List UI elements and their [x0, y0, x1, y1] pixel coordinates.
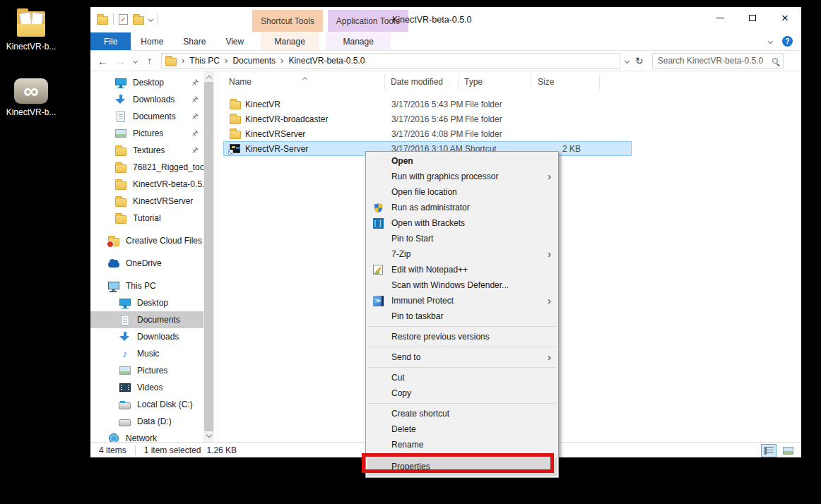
tab-file[interactable]: File — [90, 32, 131, 50]
title-bar: ✓ Shortcut Tools Application Tools Kinec… — [90, 7, 801, 32]
sidebar-item-data-d[interactable]: Data (D:) — [90, 413, 204, 430]
sidebar-item-downloads-pinned[interactable]: Downloads — [90, 91, 204, 108]
back-button[interactable]: ← — [95, 56, 111, 66]
tab-manage-application[interactable]: Manage — [326, 32, 391, 50]
up-button[interactable]: ↑ — [141, 56, 158, 66]
divider — [113, 13, 114, 25]
desktop-shortcut-kinectvr-app[interactable]: ∞ KinectVR-b... — [1, 75, 61, 117]
new-folder-quick-icon[interactable] — [133, 16, 144, 25]
menu-item-scan-with-windows-defender[interactable]: Scan with Windows Defender... — [366, 277, 558, 293]
tab-share[interactable]: Share — [173, 32, 215, 50]
uac-shield-icon — [372, 202, 384, 213]
sort-ascending-icon — [303, 73, 307, 83]
scroll-down-icon[interactable] — [206, 432, 211, 438]
file-row-kinectvrserver[interactable]: KinectVRServer 3/17/2016 4:08 PM File fo… — [223, 126, 632, 141]
address-dropdown-chevron-icon[interactable] — [625, 58, 630, 63]
menu-item-open-with-brackets[interactable]: [ ] Open with Brackets — [366, 215, 558, 231]
menu-item-run-as-administrator[interactable]: Run as administrator — [366, 200, 558, 215]
column-header-type[interactable]: Type — [464, 77, 483, 87]
thumbnail-view-button[interactable] — [780, 444, 796, 457]
breadcrumb-this-pc[interactable]: This PC — [189, 56, 220, 66]
menu-item-copy[interactable]: Copy — [366, 385, 558, 401]
breadcrumb-current-folder[interactable]: KinectVR-beta-0.5.0 — [288, 56, 365, 66]
column-divider[interactable] — [599, 74, 600, 90]
divider — [135, 445, 136, 455]
sidebar-item-textures[interactable]: Textures — [90, 142, 204, 159]
minimize-icon — [716, 18, 724, 18]
menu-item-cut[interactable]: Cut — [366, 370, 558, 385]
menu-item-send-to[interactable]: Send to› — [366, 349, 558, 365]
minimize-button[interactable] — [704, 7, 736, 28]
sidebar-item-76821-rigged-toon[interactable]: 76821_Rigged_toon_ — [90, 159, 204, 176]
column-divider[interactable] — [458, 74, 459, 90]
close-icon: × — [781, 12, 788, 24]
menu-item-restore-previous-versions[interactable]: Restore previous versions — [366, 329, 558, 344]
search-box[interactable] — [652, 53, 784, 69]
column-header-name[interactable]: Name — [229, 77, 252, 87]
menu-item-properties[interactable]: Properties — [367, 457, 557, 476]
breadcrumb[interactable]: › This PC › Documents › KinectVR-beta-0.… — [161, 53, 620, 69]
tab-home[interactable]: Home — [131, 32, 173, 50]
menu-item-edit-with-notepadpp[interactable]: Edit with Notepad++ — [366, 262, 558, 277]
file-row-kinectvr[interactable]: KinectVR 3/17/2016 5:43 PM File folder — [223, 97, 632, 112]
scroll-up-icon[interactable] — [206, 76, 211, 81]
sidebar-item-desktop[interactable]: Desktop — [90, 294, 204, 311]
scrollbar-thumb[interactable] — [204, 82, 213, 431]
menu-item-create-shortcut[interactable]: Create shortcut — [366, 406, 558, 421]
menu-item-pin-to-start[interactable]: Pin to Start — [366, 231, 558, 246]
desktop-icon — [114, 80, 126, 85]
close-button[interactable]: × — [769, 7, 801, 28]
menu-item-run-with-graphics-processor[interactable]: Run with graphics processor› — [366, 169, 558, 184]
sidebar-item-music[interactable]: ♪ Music — [90, 345, 204, 362]
sidebar-item-documents-pinned[interactable]: Documents — [90, 108, 204, 125]
customize-toolbar-chevron-icon[interactable] — [148, 16, 153, 21]
tab-view[interactable]: View — [215, 32, 254, 50]
maximize-button[interactable] — [736, 7, 769, 28]
sidebar-item-downloads[interactable]: Downloads — [90, 328, 204, 345]
sidebar-item-kinectvr-beta[interactable]: KinectVR-beta-0.5.0 — [90, 176, 204, 193]
menu-item-7-zip[interactable]: 7-Zip› — [366, 246, 558, 262]
breadcrumb-documents[interactable]: Documents — [232, 56, 276, 66]
details-view-button[interactable] — [761, 444, 776, 457]
column-header-size[interactable]: Size — [538, 77, 554, 87]
sidebar-item-kinectvrserver[interactable]: KinectVRServer — [90, 193, 204, 210]
pin-icon — [191, 79, 199, 87]
desktop-shortcut-folder[interactable]: KinectVR-b... — [1, 8, 61, 52]
menu-item-open-file-location[interactable]: Open file location — [366, 184, 558, 200]
sidebar-item-local-disk-c[interactable]: Local Disk (C:) — [90, 396, 204, 413]
sidebar-item-videos[interactable]: Videos — [90, 379, 204, 396]
sidebar-item-network[interactable]: Network — [90, 430, 204, 442]
menu-item-open[interactable]: Open — [366, 153, 558, 169]
sidebar-item-pictures-pinned[interactable]: Pictures — [90, 125, 204, 142]
breadcrumb-separator: › — [182, 56, 184, 65]
menu-item-pin-to-taskbar[interactable]: Pin to taskbar — [366, 308, 558, 324]
column-divider[interactable] — [531, 74, 531, 90]
sidebar-item-this-pc[interactable]: This PC — [90, 277, 204, 294]
sidebar-item-tutorial[interactable]: Tutorial — [90, 210, 204, 227]
sidebar-item-desktop-pinned[interactable]: Desktop — [90, 74, 204, 91]
menu-item-immunet-protect[interactable]: ≫ Immunet Protect› — [366, 293, 558, 308]
forward-button[interactable]: → — [112, 56, 129, 66]
sidebar-item-creative-cloud-files[interactable]: Creative Cloud Files — [90, 232, 204, 249]
expand-ribbon-chevron-icon[interactable] — [768, 39, 773, 44]
sidebar-scrollbar[interactable] — [203, 71, 214, 442]
recent-locations-chevron-icon[interactable] — [130, 59, 140, 63]
column-divider[interactable] — [384, 74, 385, 90]
tab-manage-shortcut[interactable]: Manage — [261, 32, 319, 50]
folder-icon — [114, 213, 126, 224]
pictures-icon — [119, 366, 131, 375]
menu-item-delete[interactable]: Delete — [366, 421, 558, 437]
properties-quick-icon[interactable]: ✓ — [119, 14, 128, 25]
sidebar-item-documents[interactable]: Documents — [90, 311, 204, 328]
menu-item-rename[interactable]: Rename — [366, 437, 558, 452]
sidebar-item-pictures[interactable]: Pictures — [90, 362, 204, 379]
breadcrumb-separator: › — [280, 56, 283, 65]
help-icon[interactable]: ? — [782, 36, 793, 47]
folder-icon — [114, 145, 126, 156]
column-header-date-modified[interactable]: Date modified — [391, 77, 443, 87]
sidebar-item-onedrive[interactable]: OneDrive — [90, 255, 204, 272]
tab-shortcut-tools[interactable]: Shortcut Tools — [252, 10, 323, 32]
file-row-kinectvr-broadcaster[interactable]: KinectVR-broadcaster 3/17/2016 5:46 PM F… — [223, 112, 632, 126]
search-input[interactable] — [658, 56, 769, 66]
refresh-icon[interactable]: ↻ — [635, 56, 644, 66]
